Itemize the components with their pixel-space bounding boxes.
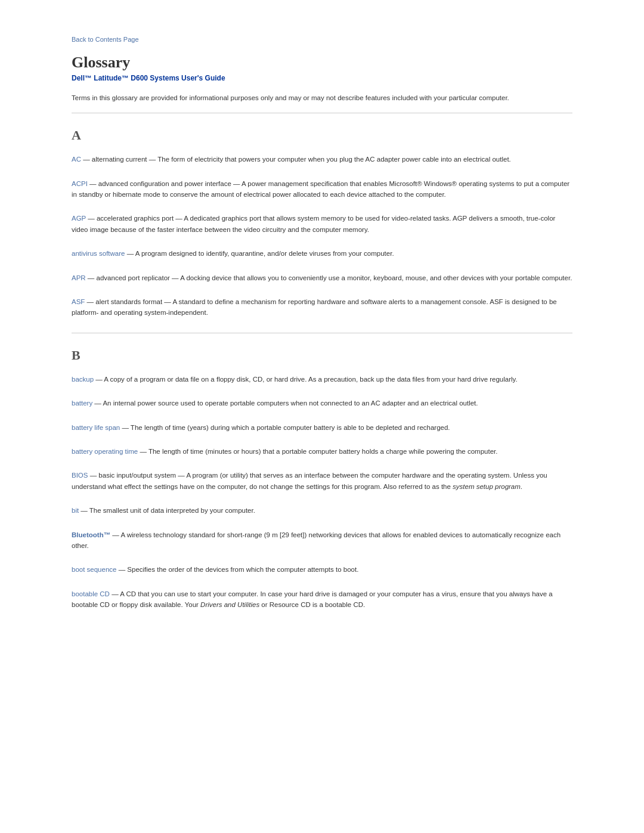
- term-definition-boot-sequence: — Specifies the order of the devices fro…: [116, 566, 358, 573]
- term-definition-bootable-cd-part2: or Resource CD is a bootable CD.: [259, 601, 365, 608]
- term-definition-bios-part2: .: [521, 483, 522, 490]
- term-battery-operating-time: battery operating time — The length of t…: [72, 446, 572, 457]
- term-definition-acpi: — advanced configuration and power inter…: [72, 180, 569, 198]
- term-link-bios[interactable]: BIOS: [72, 472, 88, 479]
- term-definition-battery-life-span: — The length of time (years) during whic…: [120, 424, 450, 431]
- section-letter-a: A: [72, 128, 572, 143]
- term-definition-battery: — An internal power source used to opera…: [92, 400, 478, 407]
- term-acpi: ACPI — advanced configuration and power …: [72, 178, 572, 200]
- term-link-apr[interactable]: APR: [72, 274, 86, 281]
- term-link-battery[interactable]: battery: [72, 400, 92, 407]
- term-link-bit[interactable]: bit: [72, 507, 79, 514]
- term-link-asf[interactable]: ASF: [72, 298, 85, 305]
- term-bios: BIOS — basic input/output system — A pro…: [72, 470, 572, 492]
- section-a: A AC — alternating current — The form of…: [72, 128, 572, 318]
- term-definition-asf: — alert standards format — A standard to…: [72, 298, 557, 316]
- term-link-ac[interactable]: AC: [72, 156, 81, 163]
- term-link-antivirus[interactable]: antivirus software: [72, 250, 125, 257]
- term-apr: APR — advanced port replicator — A docki…: [72, 272, 572, 283]
- term-link-acpi[interactable]: ACPI: [72, 180, 88, 187]
- term-link-boot-sequence[interactable]: boot sequence: [72, 566, 116, 573]
- term-battery-life-span: battery life span — The length of time (…: [72, 422, 572, 433]
- page-title: Glossary: [72, 54, 572, 72]
- term-antivirus: antivirus software — A program designed …: [72, 248, 572, 259]
- term-link-agp[interactable]: AGP: [72, 215, 86, 222]
- term-definition-bootable-cd-italic1: Drivers and Utilities: [200, 601, 259, 608]
- term-battery: battery — An internal power source used …: [72, 398, 572, 408]
- term-bluetooth: Bluetooth™ — A wireless technology stand…: [72, 529, 572, 552]
- section-letter-b: B: [72, 348, 572, 363]
- term-asf: ASF — alert standards format — A standar…: [72, 296, 572, 318]
- back-to-contents-link[interactable]: Back to Contents Page: [72, 36, 572, 43]
- term-bit: bit — The smallest unit of data interpre…: [72, 505, 572, 516]
- term-definition-apr: — advanced port replicator — A docking d…: [86, 274, 572, 281]
- term-link-battery-life-span[interactable]: battery life span: [72, 424, 120, 431]
- term-definition-bit: — The smallest unit of data interpreted …: [79, 507, 255, 514]
- term-ac: AC — alternating current — The form of e…: [72, 154, 572, 165]
- term-link-backup[interactable]: backup: [72, 376, 94, 383]
- page-subtitle: Dell™ Latitude™ D600 Systems User's Guid…: [72, 74, 572, 82]
- term-definition-backup: — A copy of a program or data file on a …: [94, 376, 518, 383]
- term-agp: AGP — accelerated graphics port — A dedi…: [72, 213, 572, 235]
- term-definition-antivirus: — A program designed to identify, quaran…: [125, 250, 394, 257]
- term-definition-ac: — alternating current — The form of elec…: [81, 156, 511, 163]
- term-link-bootable-cd[interactable]: bootable CD: [72, 590, 110, 597]
- term-definition-agp: — accelerated graphics port — A dedicate…: [72, 215, 555, 233]
- term-bootable-cd: bootable CD — A CD that you can use to s…: [72, 589, 572, 611]
- section-b: B backup — A copy of a program or data f…: [72, 348, 572, 611]
- term-backup: backup — A copy of a program or data fil…: [72, 374, 572, 385]
- term-link-bluetooth[interactable]: Bluetooth™: [72, 531, 110, 538]
- term-boot-sequence: boot sequence — Specifies the order of t…: [72, 564, 572, 575]
- term-definition-bios-italic: system setup program: [453, 483, 521, 490]
- intro-paragraph: Terms in this glossary are provided for …: [72, 93, 572, 103]
- ab-divider: [72, 333, 572, 333]
- term-definition-battery-operating-time: — The length of time (minutes or hours) …: [138, 448, 497, 455]
- term-link-battery-operating-time[interactable]: battery operating time: [72, 448, 138, 455]
- top-divider: [72, 113, 572, 113]
- term-definition-bluetooth: — A wireless technology standard for sho…: [72, 531, 561, 549]
